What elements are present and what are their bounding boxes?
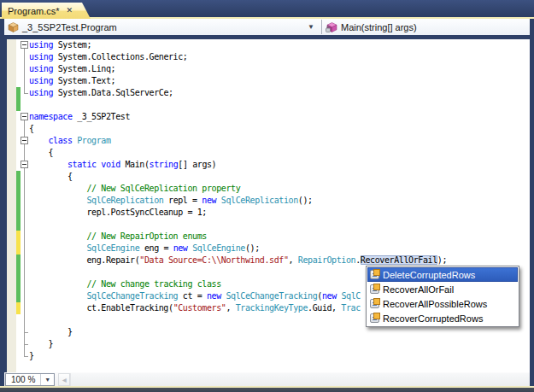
code-token: eng.Repair( — [29, 255, 139, 265]
code-token: Trac — [341, 303, 360, 313]
code-token: repl = — [163, 196, 202, 205]
code-token: Program — [77, 136, 110, 145]
document-tab-bar: Program.cs* ✕ — [0, 0, 534, 17]
code-token: SqlCeEngine — [86, 243, 139, 253]
code-token: new — [207, 291, 221, 301]
code-editor[interactable]: using System;using System.Collections.Ge… — [7, 39, 530, 372]
code-token: System; — [53, 40, 91, 50]
code-token: RepairOption — [298, 255, 355, 265]
code-line[interactable]: { — [29, 171, 73, 183]
code-token: eng = — [139, 243, 173, 253]
code-token: { — [29, 172, 73, 181]
code-token: (); — [245, 243, 260, 253]
vs-editor-window: Program.cs* ✕ _3_5SP2Test.Program ▼ — [0, 0, 534, 392]
enum-member-icon — [370, 284, 379, 294]
code-token: System.Data.SqlServerCe; — [53, 88, 173, 97]
code-line[interactable]: } — [29, 350, 34, 362]
code-token: void — [101, 160, 120, 169]
chevron-down-icon[interactable]: ▼ — [40, 374, 54, 385]
code-token: namespace — [29, 112, 73, 121]
code-token: new — [202, 196, 216, 205]
code-line[interactable]: using System.Text; — [29, 75, 115, 87]
change-bar-yellow — [16, 231, 21, 255]
code-line[interactable]: SqlCeEngine eng = new SqlCeEngine(); — [29, 243, 260, 255]
close-icon[interactable]: ✕ — [67, 7, 73, 15]
code-token: , — [226, 303, 235, 313]
intellisense-item[interactable]: RecoverAllOrFail — [367, 282, 518, 296]
code-token: ct.EnableTracking( — [29, 303, 173, 313]
code-line[interactable]: // New change tracking class — [29, 278, 221, 290]
code-token: using — [29, 76, 53, 85]
code-line[interactable]: { — [29, 147, 53, 159]
code-line[interactable]: } — [29, 338, 53, 350]
code-token: // New RepairOption enums — [86, 231, 207, 241]
code-line[interactable]: using System; — [29, 39, 91, 51]
code-token: SqlCeChangeTracking — [226, 291, 317, 301]
code-line[interactable]: } — [29, 326, 73, 338]
change-bar-green — [16, 87, 21, 111]
code-token: SqlCeChangeTracking — [86, 291, 178, 301]
horizontal-scrollbar[interactable] — [70, 373, 530, 386]
types-dropdown[interactable]: _3_5SP2Test.Program ▼ — [4, 19, 321, 35]
code-token: using — [29, 40, 53, 50]
code-line[interactable]: // New SqlCeReplication property — [29, 183, 240, 195]
code-token: System.Text; — [53, 76, 115, 85]
tab-program-cs[interactable]: Program.cs* ✕ — [2, 3, 91, 19]
code-token: new — [173, 243, 188, 253]
code-token: using — [29, 52, 53, 61]
fold-corner — [24, 344, 28, 345]
collapse-region-icon[interactable] — [21, 113, 28, 120]
navigation-bar: _3_5SP2Test.Program ▼ Main(string[] args… — [4, 19, 530, 35]
code-token: { — [29, 124, 34, 133]
code-token — [29, 231, 86, 241]
code-line[interactable]: static void Main(string[] args) — [29, 159, 216, 171]
fold-corner — [24, 93, 28, 94]
code-line[interactable]: repl.PostSyncCleanup = 1; — [29, 207, 207, 219]
code-token: , — [289, 255, 298, 265]
fold-line — [24, 49, 25, 93]
code-line[interactable]: using System.Linq; — [29, 63, 115, 75]
code-token: SqlCeReplication — [86, 196, 163, 205]
intellisense-item[interactable]: DeleteCorruptedRows — [367, 267, 518, 282]
code-token: } — [29, 327, 73, 336]
code-line[interactable]: using System.Data.SqlServerCe; — [29, 87, 173, 99]
intellisense-popup: DeleteCorruptedRowsRecoverAllOrFailRecov… — [366, 266, 519, 327]
code-token: string — [150, 160, 179, 169]
code-token: System.Linq; — [53, 64, 115, 73]
code-line[interactable]: using System.Collections.Generic; — [29, 51, 187, 63]
code-token: using — [29, 64, 53, 73]
code-line[interactable]: eng.Repair("Data Source=C:\\Northwind.sd… — [29, 255, 447, 266]
collapse-region-icon[interactable] — [21, 41, 28, 49]
code-token: RecoverAllOrFail — [361, 255, 437, 265]
code-token — [29, 279, 86, 289]
code-token: class — [48, 136, 72, 145]
code-token: (); — [298, 196, 313, 205]
intellisense-item-label: RecoverAllPossibleRows — [383, 299, 487, 309]
code-line[interactable]: SqlCeChangeTracking ct = new SqlCeChange… — [29, 290, 361, 302]
types-dropdown-value: _3_5SP2Test.Program — [22, 22, 117, 32]
members-dropdown[interactable]: Main(string[] args) — [322, 19, 530, 35]
code-token: TrackingKeyType — [236, 303, 308, 313]
code-line[interactable]: namespace _3_5SP2Test — [29, 111, 130, 123]
scroll-left-button[interactable]: ◂ — [58, 373, 70, 386]
chevron-down-icon[interactable]: ▼ — [304, 23, 318, 31]
window-bottom-edge — [0, 388, 534, 392]
code-line[interactable]: { — [29, 123, 34, 135]
collapse-region-icon[interactable] — [21, 161, 28, 168]
code-line[interactable]: SqlCeReplication repl = new SqlCeReplica… — [29, 195, 313, 207]
code-line[interactable]: // New RepairOption enums — [29, 231, 207, 243]
code-line[interactable]: ct.EnableTracking("Customers", TrackingK… — [29, 302, 361, 314]
zoom-control[interactable]: 100 % ▼ — [5, 373, 55, 386]
code-token: Main( — [120, 160, 150, 169]
change-bar-yellow — [16, 302, 21, 314]
code-token: _3_5SP2Test — [73, 112, 130, 121]
code-token: "Data Source=C:\\Northwind.sdf" — [139, 255, 288, 265]
intellisense-item[interactable]: RecoverAllPossibleRows — [367, 296, 518, 311]
code-token: } — [29, 351, 34, 360]
fold-line — [24, 168, 25, 332]
code-token: .Guid, — [308, 303, 341, 313]
enum-member-icon — [370, 299, 379, 308]
collapse-region-icon[interactable] — [21, 137, 28, 144]
code-line[interactable]: class Program — [29, 135, 111, 147]
intellisense-item[interactable]: RecoverCorruptedRows — [367, 311, 518, 325]
